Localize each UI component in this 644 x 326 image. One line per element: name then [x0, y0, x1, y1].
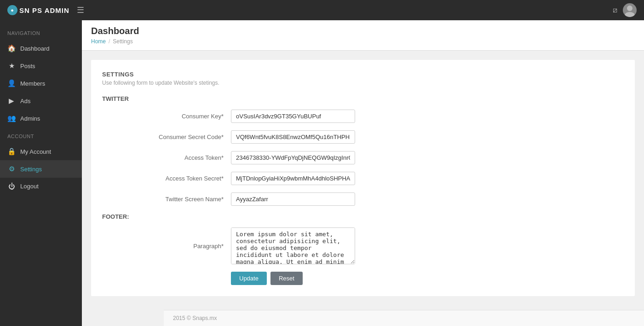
- expand-icon[interactable]: ⧄: [613, 6, 617, 14]
- settings-icon: ⚙: [7, 165, 16, 173]
- update-button[interactable]: Update: [231, 272, 267, 285]
- sidebar: Navigation 🏠 Dashboard ★ Posts 👤 Members…: [0, 20, 82, 326]
- footer-text: 2015 © Snaps.mx: [173, 315, 217, 321]
- twitter-section-title: TWITTER: [102, 95, 624, 102]
- sidebar-item-ads[interactable]: ▶ Ads: [0, 92, 82, 110]
- dashboard-icon: 🏠: [7, 44, 16, 52]
- footer-section: FOOTER: Paragraph* Lorem ipsum dolor sit…: [102, 213, 624, 264]
- page-header: Dashboard Home / Settings: [82, 20, 644, 51]
- twitter-screen-name-label: Twitter Screen Name*: [102, 196, 231, 203]
- sidebar-item-my-account-label: My Account: [20, 148, 51, 155]
- breadcrumb-current: Settings: [113, 38, 132, 45]
- sidebar-item-dashboard-label: Dashboard: [20, 45, 50, 52]
- access-token-secret-input[interactable]: [231, 172, 355, 185]
- page-footer: 2015 © Snaps.mx: [164, 310, 644, 326]
- svg-point-0: [627, 6, 632, 11]
- twitter-screen-name-group: Twitter Screen Name*: [102, 192, 624, 206]
- sidebar-item-admins[interactable]: 👥 Admins: [0, 110, 82, 127]
- reset-button[interactable]: Reset: [270, 272, 303, 285]
- sidebar-item-admins-label: Admins: [20, 115, 40, 122]
- logout-icon: ⏻: [7, 182, 16, 190]
- layout: Navigation 🏠 Dashboard ★ Posts 👤 Members…: [0, 20, 644, 326]
- access-token-secret-label: Access Token Secret*: [102, 175, 231, 182]
- sidebar-item-members[interactable]: 👤 Members: [0, 75, 82, 92]
- hamburger-menu[interactable]: ☰: [77, 5, 84, 15]
- logo: ● SN PS ADMIN: [7, 5, 69, 15]
- sidebar-item-logout-label: Logout: [20, 183, 39, 190]
- sidebar-item-settings-label: Settings: [20, 166, 42, 173]
- paragraph-label: Paragraph*: [102, 243, 231, 250]
- account-section-label: Account: [0, 131, 82, 143]
- topbar-right: ⧄: [613, 3, 637, 17]
- ads-icon: ▶: [7, 97, 16, 105]
- my-account-icon: 🔒: [7, 147, 16, 156]
- access-token-secret-group: Access Token Secret*: [102, 172, 624, 185]
- posts-icon: ★: [7, 62, 16, 70]
- logo-text: SN PS ADMIN: [19, 6, 69, 14]
- content-area: SETTINGS Use following form to update We…: [82, 51, 644, 310]
- consumer-secret-label: Consumer Secret Code*: [102, 134, 231, 140]
- paragraph-group: Paragraph* Lorem ipsum dolor sit amet, c…: [102, 227, 624, 264]
- admins-icon: 👥: [7, 114, 16, 122]
- svg-point-1: [625, 12, 635, 17]
- settings-section-desc: Use following form to update Website's s…: [102, 80, 624, 86]
- breadcrumb-home[interactable]: Home: [91, 38, 106, 45]
- topbar: ● SN PS ADMIN ☰ ⧄: [0, 0, 644, 20]
- members-icon: 👤: [7, 79, 16, 87]
- sidebar-item-settings[interactable]: ⚙ Settings: [0, 160, 82, 178]
- access-token-group: Access Token*: [102, 151, 624, 164]
- sidebar-item-my-account[interactable]: 🔒 My Account: [0, 143, 82, 160]
- nav-section-label: Navigation: [0, 28, 82, 40]
- twitter-screen-name-input[interactable]: [231, 192, 355, 206]
- breadcrumb-separator: /: [109, 38, 110, 45]
- logo-icon: ●: [7, 5, 17, 15]
- avatar[interactable]: [623, 3, 637, 17]
- access-token-label: Access Token*: [102, 154, 231, 161]
- sidebar-item-logout[interactable]: ⏻ Logout: [0, 178, 82, 195]
- consumer-key-label: Consumer Key*: [102, 113, 231, 120]
- main-content: Dashboard Home / Settings SETTINGS Use f…: [82, 20, 644, 326]
- paragraph-textarea[interactable]: Lorem ipsum dolor sit amet, consectetur …: [231, 227, 355, 264]
- topbar-left: ● SN PS ADMIN ☰: [7, 5, 84, 15]
- consumer-secret-input[interactable]: [231, 130, 355, 144]
- breadcrumb: Home / Settings: [91, 38, 635, 45]
- form-buttons: Update Reset: [231, 272, 624, 285]
- settings-section-title: SETTINGS: [102, 71, 624, 78]
- page-title: Dashboard: [91, 26, 635, 36]
- sidebar-item-posts[interactable]: ★ Posts: [0, 57, 82, 75]
- consumer-key-group: Consumer Key*: [102, 110, 624, 123]
- settings-card: SETTINGS Use following form to update We…: [91, 60, 635, 296]
- access-token-input[interactable]: [231, 151, 355, 164]
- sidebar-item-ads-label: Ads: [20, 98, 30, 105]
- consumer-key-input[interactable]: [231, 110, 355, 123]
- sidebar-item-dashboard[interactable]: 🏠 Dashboard: [0, 40, 82, 57]
- sidebar-item-members-label: Members: [20, 80, 45, 87]
- sidebar-item-posts-label: Posts: [20, 63, 35, 70]
- consumer-secret-group: Consumer Secret Code*: [102, 130, 624, 144]
- footer-section-title: FOOTER:: [102, 213, 624, 220]
